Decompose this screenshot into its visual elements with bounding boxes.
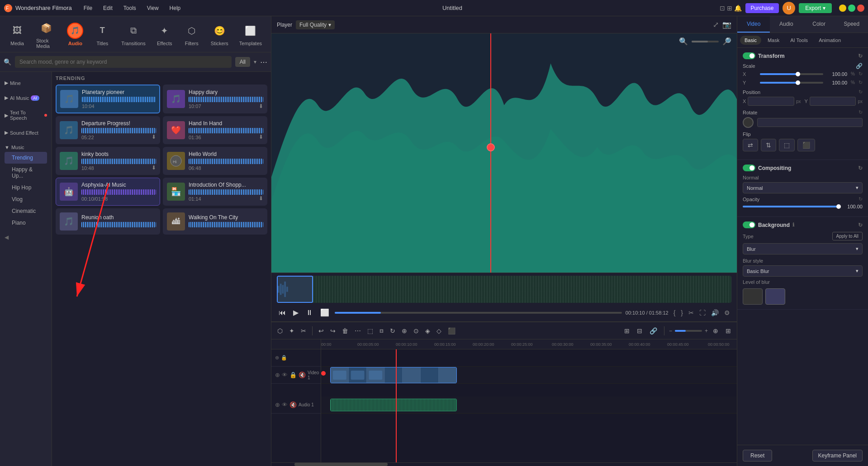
audio1-eye-icon[interactable]: 👁 [282, 401, 288, 408]
opacity-reset-icon[interactable]: ↻ [859, 196, 863, 202]
tl-rotate[interactable]: ↻ [388, 326, 398, 336]
music-card-8[interactable]: 🎵 Reunion oath [56, 208, 160, 235]
scale-x-thumb[interactable] [796, 72, 800, 76]
video1-mute-icon[interactable]: 🔇 [299, 372, 306, 378]
audio1-add-icon[interactable]: ⊕ [275, 401, 280, 408]
playhead[interactable] [490, 33, 491, 273]
tl-transform[interactable]: ⧈ [377, 325, 386, 336]
play-button[interactable]: ▶ [291, 306, 300, 319]
purchase-button[interactable]: Purchase [745, 3, 779, 13]
zoom-track[interactable] [675, 330, 702, 332]
tl-ripple-tool[interactable]: ✦ [287, 326, 297, 336]
user-avatar[interactable]: U [783, 2, 795, 14]
download-icon-4[interactable]: ⬇ [152, 165, 156, 171]
toolbar-templates[interactable]: ⬜ Templates [234, 20, 267, 49]
toolbar-titles[interactable]: T Titles [89, 20, 116, 49]
tl-select-tool[interactable]: ⬡ [275, 326, 285, 336]
audio-clip-1[interactable] [330, 399, 457, 411]
link-scale-icon[interactable]: 🔗 [856, 63, 863, 69]
more-options-button[interactable]: ⋯ [260, 58, 267, 66]
close-button[interactable] [857, 5, 864, 12]
notification-icon[interactable]: 🔔 [734, 5, 742, 12]
scale-y-thumb[interactable] [796, 80, 800, 85]
player-expand-icon[interactable]: ⤢ [713, 20, 719, 29]
download-icon-2[interactable]: ⬇ [152, 134, 156, 140]
stop-button[interactable]: ⬜ [318, 306, 331, 319]
toolbar-transitions[interactable]: ⧉ Transitions [116, 20, 151, 49]
minimize-button[interactable] [839, 5, 846, 12]
scale-y-reset-icon[interactable]: ↻ [859, 80, 863, 85]
sidebar-happy[interactable]: Happy & Up... [5, 164, 47, 182]
scale-x-reset-icon[interactable]: ↻ [859, 71, 863, 77]
rotate-wheel[interactable] [743, 117, 754, 128]
sidebar-mine[interactable]: ▶ Mine [5, 78, 47, 88]
tab-color[interactable]: Color [803, 16, 835, 33]
tl-speed[interactable]: ⊕ [399, 326, 409, 336]
mini-timeline[interactable] [277, 276, 731, 303]
settings-icon[interactable]: ⚙ [723, 308, 731, 318]
flip-4-button[interactable]: ⬛ [797, 139, 815, 151]
rotate-value-input[interactable]: 0.00° [757, 118, 863, 127]
zoom-in-icon[interactable]: 🔎 [722, 37, 731, 46]
track-lock-icon[interactable]: 🔒 [281, 355, 287, 361]
transform-toggle-switch[interactable] [743, 52, 755, 59]
tab-audio[interactable]: Audio [770, 16, 802, 33]
toolbar-effects[interactable]: ✦ Effects [151, 20, 178, 49]
music-card-4[interactable]: 🎵 kinky boots 10:48 ⬇ [56, 147, 160, 175]
maximize-button[interactable] [848, 5, 855, 12]
position-y-input[interactable]: 0.00 [810, 97, 856, 106]
toolbar-filters[interactable]: ⬡ Filters [178, 20, 205, 49]
background-reset-icon[interactable]: ↻ [858, 222, 863, 228]
sidebar-ai-music[interactable]: ▶ AI Music AI [5, 93, 47, 103]
subtab-ai-tools[interactable]: AI Tools [786, 36, 812, 45]
sidebar-piano[interactable]: Piano [5, 217, 47, 229]
timeline-scrollbar-thumb[interactable] [294, 463, 388, 466]
video1-lock-icon[interactable]: 🔒 [289, 372, 297, 378]
audio-settings-icon[interactable]: 🔊 [710, 308, 720, 318]
menu-view[interactable]: View [142, 3, 163, 13]
music-card-6[interactable]: 🤖 Asphyxia-AI Music 00:10/01:58 [56, 178, 160, 206]
sidebar-cinematic[interactable]: Cinematic [5, 205, 47, 217]
flip-v-button[interactable]: ⇅ [761, 139, 776, 151]
flip-3-button[interactable]: ⬚ [779, 139, 795, 151]
apply-all-button[interactable]: Apply to All [832, 232, 863, 240]
music-card-1[interactable]: 🎵 Happy diary 10:07 ⬇ [163, 85, 267, 113]
player-snapshot-icon[interactable]: 📷 [722, 20, 731, 29]
zoom-out-icon[interactable]: 🔍 [679, 37, 688, 46]
blur-thumb-2[interactable] [765, 288, 785, 305]
sidebar-hiphop[interactable]: Hip Hop [5, 182, 47, 193]
sidebar-trending[interactable]: Trending [5, 152, 47, 164]
menu-edit[interactable]: Edit [99, 3, 117, 13]
tl-redo[interactable]: ↪ [328, 326, 338, 336]
opacity-thumb[interactable] [836, 204, 841, 209]
sidebar-text-to-speech[interactable]: ▶ Text To Speech [5, 108, 47, 122]
toolbar-stock[interactable]: 📦 Stock Media [31, 17, 62, 52]
tl-keyframe[interactable]: ◇ [434, 326, 444, 336]
zoom-minus-icon[interactable]: − [669, 328, 672, 334]
minimize-icon[interactable]: ⊡ [720, 5, 725, 12]
download-icon-7[interactable]: ⬇ [259, 195, 263, 202]
subtab-animation[interactable]: Animation [814, 36, 845, 45]
tab-video[interactable]: Video [737, 16, 770, 33]
subtab-mask[interactable]: Mask [763, 36, 784, 45]
out-point-icon[interactable]: } [679, 308, 684, 318]
sidebar-vlog[interactable]: Vlog [5, 193, 47, 205]
compositing-reset-icon[interactable]: ↻ [858, 165, 863, 171]
music-card-3[interactable]: ❤️ Hand In Hand 01:36 ⬇ [163, 116, 267, 144]
playhead-dot[interactable] [487, 143, 495, 151]
music-card-2[interactable]: 🎵 Departure Progress! 05:22 ⬇ [56, 116, 160, 144]
sidebar-collapse[interactable]: ◀ [0, 231, 52, 243]
menu-help[interactable]: Help [165, 3, 185, 13]
sidebar-sound-effect[interactable]: ▶ Sound Effect [5, 128, 47, 137]
menu-file[interactable]: File [79, 3, 97, 13]
search-input[interactable] [15, 56, 232, 68]
type-dropdown[interactable]: Blur ▾ [743, 243, 863, 254]
fullscreen-icon[interactable]: ⊞ [727, 5, 732, 12]
tl-grid-view[interactable]: ⊞ [723, 326, 733, 336]
blur-style-dropdown[interactable]: Basic Blur ▾ [743, 265, 863, 277]
add-track-icon[interactable]: ⊕ [275, 355, 279, 361]
timeline-scrollbar[interactable] [271, 462, 737, 466]
pause-button[interactable]: ⏸ [304, 307, 315, 319]
zoom-slider[interactable] [692, 41, 719, 42]
tl-delete[interactable]: 🗑 [340, 326, 351, 336]
